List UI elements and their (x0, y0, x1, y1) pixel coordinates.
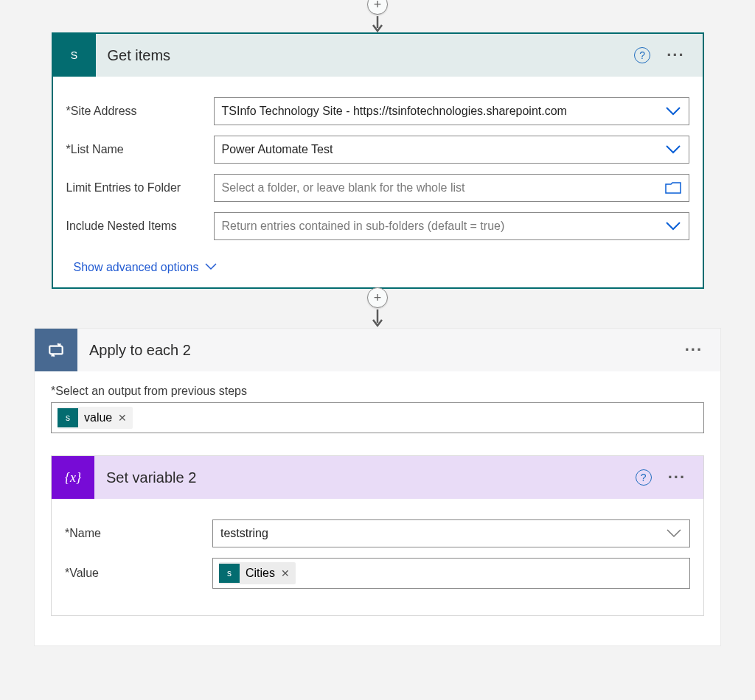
arrow-down-icon (370, 309, 385, 329)
folder-icon[interactable] (665, 181, 681, 195)
card-menu-button[interactable]: ··· (664, 46, 687, 65)
card-menu-button[interactable]: ··· (682, 340, 706, 360)
chevron-down-icon (666, 528, 682, 539)
set-variable-title: Set variable 2 (94, 469, 636, 486)
list-name-value: Power Automate Test (222, 143, 665, 156)
apply-to-each-card: Apply to each 2 ··· *Select an output fr… (35, 329, 720, 645)
get-items-card: S Get items ? ··· *Site Address TSInfo T… (52, 32, 704, 289)
apply-to-each-title: Apply to each 2 (77, 342, 682, 359)
list-name-label: *List Name (66, 143, 214, 156)
limit-entries-placeholder: Select a folder, or leave blank for the … (222, 181, 665, 195)
sharepoint-icon: s (219, 564, 240, 583)
set-variable-card: {x} Set variable 2 ? ··· *Name teststrin… (51, 455, 704, 616)
add-step-button-mid[interactable]: + (367, 287, 388, 308)
arrow-down-icon (370, 16, 385, 32)
token-cities[interactable]: s Cities ✕ (219, 562, 296, 584)
card-menu-button[interactable]: ··· (665, 468, 689, 487)
variable-icon: {x} (52, 456, 94, 499)
remove-token-button[interactable]: ✕ (281, 567, 290, 579)
show-advanced-options-link[interactable]: Show advanced options (74, 261, 218, 274)
token-label: Cities (246, 567, 275, 580)
site-address-select[interactable]: TSInfo Technology Site - https://tsinfot… (214, 97, 689, 125)
chevron-down-icon (665, 221, 681, 231)
sharepoint-icon: S (53, 34, 96, 77)
help-icon[interactable]: ? (634, 47, 650, 63)
select-output-label: *Select an output from previous steps (51, 385, 704, 398)
add-step-button-top[interactable]: + (367, 0, 388, 15)
var-value-input[interactable]: s Cities ✕ (212, 558, 690, 589)
var-value-label: *Value (65, 567, 212, 580)
get-items-title: Get items (96, 47, 635, 64)
limit-entries-label: Limit Entries to Folder (66, 181, 214, 195)
limit-entries-input[interactable]: Select a folder, or leave blank for the … (214, 174, 689, 202)
token-value[interactable]: s value ✕ (58, 407, 133, 429)
var-name-value: teststring (220, 527, 666, 540)
get-items-header[interactable]: S Get items ? ··· (53, 34, 703, 77)
include-nested-select[interactable]: Return entries contained in sub-folders … (214, 212, 689, 240)
sharepoint-icon: s (58, 408, 78, 427)
token-label: value (84, 411, 112, 424)
include-nested-label: Include Nested Items (66, 220, 214, 233)
apply-to-each-header[interactable]: Apply to each 2 ··· (35, 329, 720, 371)
include-nested-placeholder: Return entries contained in sub-folders … (222, 220, 665, 233)
chevron-down-icon (665, 144, 681, 155)
chevron-down-icon (665, 106, 681, 116)
select-output-input[interactable]: s value ✕ (51, 402, 704, 433)
var-name-select[interactable]: teststring (212, 519, 690, 547)
site-address-label: *Site Address (66, 105, 214, 118)
set-variable-header[interactable]: {x} Set variable 2 ? ··· (52, 456, 703, 499)
var-name-label: *Name (65, 527, 212, 540)
chevron-down-icon (204, 261, 218, 274)
remove-token-button[interactable]: ✕ (118, 412, 127, 424)
help-icon[interactable]: ? (636, 469, 652, 486)
site-address-value: TSInfo Technology Site - https://tsinfot… (222, 105, 665, 118)
loop-icon (35, 329, 77, 371)
list-name-select[interactable]: Power Automate Test (214, 136, 689, 164)
